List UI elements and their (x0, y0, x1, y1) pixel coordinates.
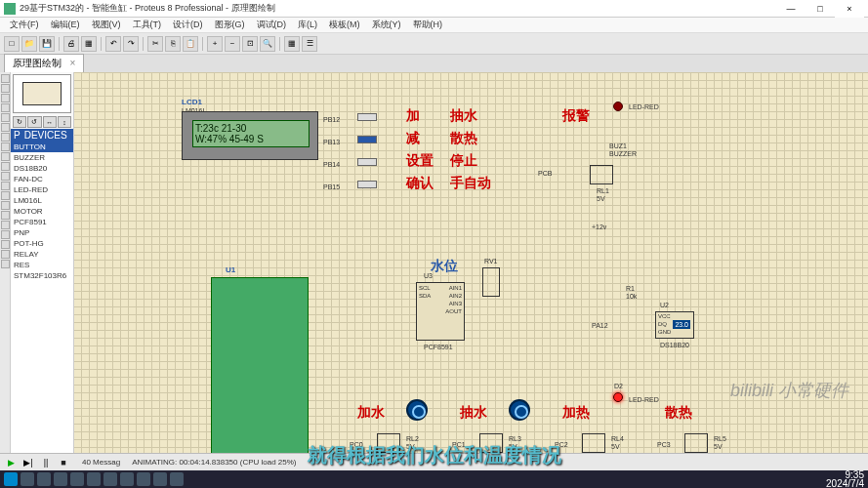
lcd-component[interactable]: T:23c 21-30 W:47% 45-49 S (182, 111, 318, 160)
pick-icon[interactable]: P (14, 130, 21, 141)
tb-print-icon[interactable]: 🖨 (63, 36, 79, 52)
tool-wire-icon[interactable] (1, 94, 10, 102)
schematic-canvas[interactable]: LCD1 LM016L T:23c 21-30 W:47% 45-49 S PB… (74, 72, 868, 470)
menu-library[interactable]: 库(L) (292, 19, 323, 31)
menu-view[interactable]: 视图(V) (86, 19, 127, 31)
device-item[interactable]: PCF8591 (11, 217, 73, 227)
device-item[interactable]: POT-HG (11, 238, 73, 249)
tb-zoom-fit-icon[interactable]: ⊡ (242, 36, 258, 52)
tb-zoom-area-icon[interactable]: 🔍 (260, 36, 275, 52)
device-item[interactable]: BUTTON (11, 142, 73, 152)
menu-graph[interactable]: 图形(G) (209, 19, 251, 31)
sim-step-icon[interactable]: ▶| (21, 456, 35, 469)
button-component[interactable] (357, 113, 377, 121)
mcu-component[interactable] (211, 277, 309, 472)
tb-zoom-out-icon[interactable]: − (225, 36, 240, 52)
menu-help[interactable]: 帮助(H) (407, 19, 449, 31)
taskbar-search-icon[interactable] (21, 472, 34, 486)
tb-new-icon[interactable]: □ (4, 36, 20, 52)
relay-component[interactable] (684, 433, 708, 453)
menu-edit[interactable]: 编辑(E) (45, 19, 86, 31)
tool-label-icon[interactable] (1, 123, 10, 132)
device-item[interactable]: LM016L (11, 195, 73, 206)
sim-stop-icon[interactable]: ■ (57, 456, 70, 469)
tool-generator-icon[interactable] (1, 172, 10, 181)
tool-graph-icon[interactable] (1, 162, 10, 171)
pot-component[interactable] (482, 267, 500, 297)
taskbar-app-icon[interactable] (70, 472, 84, 486)
taskbar-app-icon[interactable] (153, 472, 167, 486)
tool-junction-icon[interactable] (1, 113, 10, 122)
taskbar-app-icon[interactable] (54, 472, 67, 486)
tab-schematic[interactable]: 原理图绘制 × (4, 54, 84, 72)
motor-component[interactable] (509, 399, 530, 421)
device-item[interactable]: DS18B20 (11, 163, 73, 174)
motor-component[interactable] (406, 399, 428, 421)
led-component[interactable] (613, 392, 623, 402)
close-button[interactable]: × (835, 0, 864, 18)
tool-mirror-icon[interactable] (1, 260, 10, 268)
tool-instrument-icon[interactable] (1, 191, 10, 200)
sim-message-count[interactable]: 40 Messag (82, 458, 120, 467)
temp-sensor-component[interactable]: VCC DQ GND 23.0 (655, 311, 694, 339)
device-item[interactable]: RELAY (11, 249, 73, 260)
tool-component-icon[interactable] (1, 84, 10, 93)
mirror-v-icon[interactable]: ↕ (58, 116, 71, 128)
relay-component[interactable] (590, 165, 613, 184)
tb-layers-icon[interactable]: ☰ (302, 36, 317, 52)
start-button-icon[interactable] (4, 472, 18, 486)
tool-marker-icon[interactable] (1, 240, 10, 249)
taskbar-clock[interactable]: 9:35 2024/7/4 (826, 470, 864, 488)
tool-arc-icon[interactable] (1, 230, 10, 239)
device-item[interactable]: MOTOR (11, 206, 73, 217)
button-component[interactable] (357, 181, 377, 188)
tool-terminal-icon[interactable] (1, 142, 10, 151)
led-component[interactable] (613, 102, 623, 111)
menu-tools[interactable]: 工具(T) (127, 19, 168, 31)
tool-box-icon[interactable] (1, 211, 10, 220)
taskbar-app-icon[interactable] (137, 472, 150, 486)
taskbar-app-icon[interactable] (120, 472, 134, 486)
taskbar-app-icon[interactable] (87, 472, 101, 486)
tb-zoom-in-icon[interactable]: + (207, 36, 223, 52)
device-item[interactable]: STM32F103R6 (11, 270, 73, 281)
relay-component[interactable] (582, 433, 605, 453)
tb-undo-icon[interactable]: ↶ (105, 36, 121, 52)
tab-close-icon[interactable]: × (70, 58, 76, 68)
tool-text-icon[interactable] (1, 133, 10, 142)
maximize-button[interactable]: □ (806, 0, 835, 18)
device-item[interactable]: LED-RED (11, 184, 73, 195)
taskbar-taskview-icon[interactable] (37, 472, 51, 486)
adc-component[interactable]: SCL SDA AIN1 AIN2 AIN3 AOUT (416, 282, 465, 341)
sim-play-icon[interactable]: ▶ (4, 456, 18, 469)
button-component[interactable] (357, 158, 377, 166)
tool-line-icon[interactable] (1, 201, 10, 210)
tb-save-icon[interactable]: 💾 (39, 36, 55, 52)
taskbar-app-icon[interactable] (103, 472, 117, 486)
button-component[interactable] (357, 136, 377, 143)
tb-paste-icon[interactable]: 📋 (183, 36, 198, 52)
tool-pin-icon[interactable] (1, 152, 10, 161)
tb-cut-icon[interactable]: ✂ (147, 36, 163, 52)
taskbar-app-icon[interactable] (170, 472, 184, 486)
tb-grid-icon[interactable]: ▦ (284, 36, 300, 52)
tb-redo-icon[interactable]: ↷ (123, 36, 139, 52)
menu-file[interactable]: 文件(F) (4, 19, 45, 31)
tb-area-icon[interactable]: ▦ (81, 36, 97, 52)
tb-copy-icon[interactable]: ⎘ (165, 36, 181, 52)
device-list[interactable]: BUTTON BUZZER DS18B20 FAN-DC LED-RED LM0… (11, 142, 73, 470)
rotate-ccw-icon[interactable]: ↺ (27, 116, 41, 128)
rotate-cw-icon[interactable]: ↻ (13, 116, 26, 128)
menu-design[interactable]: 设计(D) (167, 19, 209, 31)
device-item[interactable]: RES (11, 260, 73, 270)
menu-debug[interactable]: 调试(D) (251, 19, 293, 31)
tool-select-icon[interactable] (1, 74, 10, 83)
menu-system[interactable]: 系统(Y) (366, 19, 407, 31)
device-item[interactable]: PNP (11, 227, 73, 238)
menu-template[interactable]: 模板(M) (323, 19, 366, 31)
tool-circle-icon[interactable] (1, 221, 10, 229)
minimize-button[interactable]: — (776, 0, 806, 18)
device-item[interactable]: BUZZER (11, 152, 73, 163)
tool-rotate-icon[interactable] (1, 250, 10, 259)
sim-pause-icon[interactable]: || (39, 456, 53, 469)
